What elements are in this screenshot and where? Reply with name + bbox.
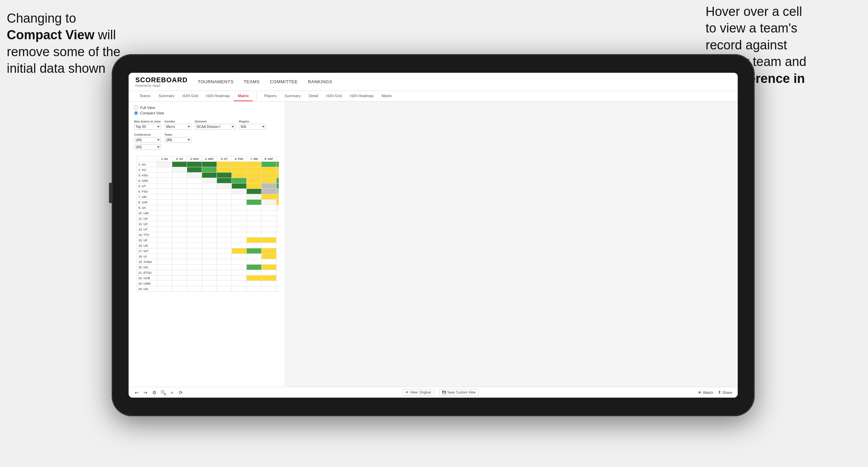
matrix-cell[interactable] <box>217 227 232 232</box>
matrix-cell[interactable] <box>157 248 172 254</box>
matrix-cell[interactable] <box>232 205 247 210</box>
tab-detail[interactable]: Detail <box>305 91 322 101</box>
matrix-cell[interactable] <box>202 232 217 238</box>
matrix-cell[interactable] <box>247 227 262 232</box>
matrix-cell[interactable] <box>276 210 279 216</box>
matrix-cell[interactable] <box>262 173 276 178</box>
matrix-cell[interactable] <box>172 178 187 183</box>
matrix-cell[interactable] <box>276 243 279 248</box>
matrix-cell[interactable] <box>262 238 276 243</box>
matrix-cell[interactable] <box>217 254 232 259</box>
matrix-cell[interactable] <box>276 216 279 221</box>
matrix-cell[interactable] <box>262 205 276 210</box>
matrix-cell[interactable] <box>217 200 232 205</box>
matrix-cell[interactable] <box>232 189 247 194</box>
share-button[interactable]: ⬆ Share <box>718 390 732 395</box>
compact-view-radio[interactable]: Compact View <box>134 111 279 115</box>
matrix-cell[interactable] <box>187 281 202 286</box>
matrix-cell[interactable] <box>202 178 217 183</box>
matrix-cell[interactable] <box>276 254 279 259</box>
matrix-cell[interactable] <box>262 232 276 238</box>
matrix-cell[interactable] <box>187 173 202 178</box>
matrix-cell[interactable] <box>187 265 202 270</box>
matrix-cell[interactable] <box>262 265 276 270</box>
matrix-cell[interactable] <box>172 189 187 194</box>
matrix-cell[interactable] <box>276 221 279 227</box>
matrix-cell[interactable] <box>247 205 262 210</box>
matrix-cell[interactable] <box>232 194 247 200</box>
matrix-cell[interactable] <box>157 178 172 183</box>
matrix-cell[interactable] <box>276 275 279 281</box>
matrix-cell[interactable] <box>247 183 262 189</box>
matrix-cell[interactable] <box>262 183 276 189</box>
matrix-cell[interactable] <box>276 232 279 238</box>
matrix-cell[interactable] <box>232 265 247 270</box>
matrix-cell[interactable] <box>247 221 262 227</box>
matrix-cell[interactable] <box>172 275 187 281</box>
matrix-cell[interactable] <box>217 265 232 270</box>
matrix-cell[interactable] <box>232 227 247 232</box>
matrix-cell[interactable] <box>276 286 279 292</box>
matrix-cell[interactable] <box>232 167 247 173</box>
matrix-cell[interactable] <box>232 254 247 259</box>
matrix-cell[interactable] <box>276 248 279 254</box>
matrix-cell[interactable] <box>262 221 276 227</box>
matrix-cell[interactable] <box>187 205 202 210</box>
tab-teams[interactable]: Teams <box>135 91 154 101</box>
matrix-cell[interactable] <box>276 178 279 183</box>
matrix-cell[interactable] <box>157 162 172 167</box>
matrix-cell[interactable] <box>157 173 172 178</box>
matrix-cell[interactable] <box>157 265 172 270</box>
matrix-cell[interactable] <box>247 281 262 286</box>
matrix-cell[interactable] <box>172 210 187 216</box>
matrix-cell[interactable] <box>276 265 279 270</box>
matrix-cell[interactable] <box>202 254 217 259</box>
matrix-cell[interactable] <box>187 254 202 259</box>
matrix-cell[interactable] <box>247 210 262 216</box>
matrix-cell[interactable] <box>232 275 247 281</box>
tab-summary[interactable]: Summary <box>154 91 178 101</box>
max-teams-select[interactable]: Top 50 <box>134 124 161 130</box>
matrix-cell[interactable] <box>202 162 217 167</box>
matrix-cell[interactable] <box>157 281 172 286</box>
matrix-cell[interactable] <box>202 194 217 200</box>
matrix-cell[interactable] <box>202 243 217 248</box>
matrix-cell[interactable] <box>262 270 276 275</box>
matrix-cell[interactable] <box>187 286 202 292</box>
matrix-cell[interactable] <box>262 281 276 286</box>
matrix-cell[interactable] <box>157 232 172 238</box>
matrix-cell[interactable] <box>187 248 202 254</box>
matrix-cell[interactable] <box>247 194 262 200</box>
division-select[interactable]: NCAA Division I <box>195 124 236 130</box>
tab-players[interactable]: Players <box>260 91 281 101</box>
matrix-cell[interactable] <box>157 216 172 221</box>
nav-tournaments[interactable]: TOURNAMENTS <box>198 79 233 84</box>
matrix-cell[interactable] <box>202 265 217 270</box>
matrix-cell[interactable] <box>157 210 172 216</box>
matrix-cell[interactable] <box>232 216 247 221</box>
matrix-cell[interactable] <box>232 183 247 189</box>
matrix-cell[interactable] <box>172 205 187 210</box>
matrix-cell[interactable] <box>247 248 262 254</box>
matrix-cell[interactable] <box>217 281 232 286</box>
matrix-cell[interactable] <box>276 270 279 275</box>
matrix-cell[interactable] <box>232 259 247 265</box>
matrix-cell[interactable] <box>217 173 232 178</box>
matrix-cell[interactable] <box>232 178 247 183</box>
matrix-cell[interactable] <box>202 275 217 281</box>
matrix-cell[interactable] <box>187 221 202 227</box>
matrix-cell[interactable] <box>157 270 172 275</box>
matrix-cell[interactable] <box>247 286 262 292</box>
matrix-cell[interactable] <box>217 167 232 173</box>
gender-select[interactable]: Men's <box>164 124 192 130</box>
matrix-cell[interactable] <box>262 254 276 259</box>
matrix-cell[interactable] <box>262 167 276 173</box>
matrix-cell[interactable] <box>232 248 247 254</box>
matrix-cell[interactable] <box>247 270 262 275</box>
matrix-cell[interactable] <box>202 189 217 194</box>
matrix-cell[interactable] <box>172 259 187 265</box>
matrix-cell[interactable] <box>247 254 262 259</box>
matrix-cell[interactable] <box>232 238 247 243</box>
matrix-cell[interactable] <box>247 167 262 173</box>
matrix-cell[interactable] <box>247 275 262 281</box>
